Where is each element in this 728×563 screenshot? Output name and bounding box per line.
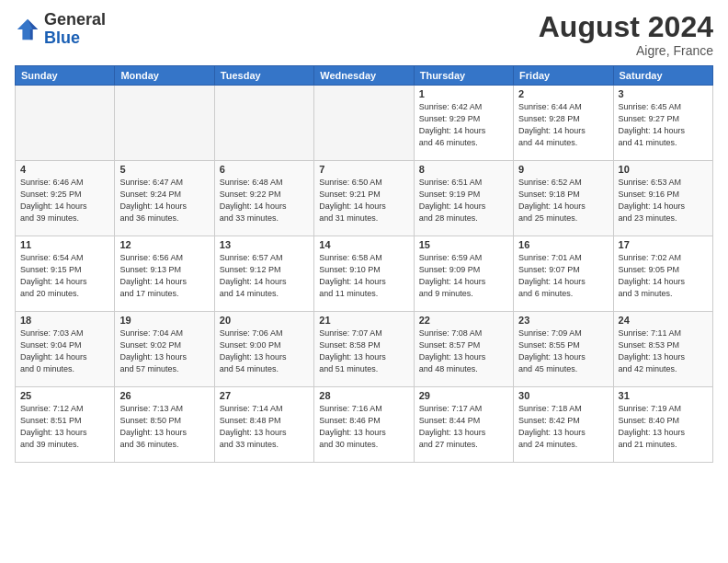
day-number: 16 xyxy=(518,239,608,250)
day-number: 9 xyxy=(518,164,608,175)
day-info: Sunrise: 7:13 AM Sunset: 8:50 PM Dayligh… xyxy=(119,403,209,451)
day-info: Sunrise: 6:48 AM Sunset: 9:22 PM Dayligh… xyxy=(220,177,309,224)
calendar-cell: 27Sunrise: 7:14 AM Sunset: 8:48 PM Dayli… xyxy=(214,387,313,463)
calendar-cell: 8Sunrise: 6:51 AM Sunset: 9:19 PM Daylig… xyxy=(414,161,513,236)
col-saturday: Saturday xyxy=(613,66,712,86)
calendar-cell: 25Sunrise: 7:12 AM Sunset: 8:51 PM Dayli… xyxy=(16,387,115,463)
day-number: 28 xyxy=(319,390,408,401)
day-number: 10 xyxy=(619,164,708,175)
col-tuesday: Tuesday xyxy=(214,66,313,86)
logo: General Blue xyxy=(15,11,106,48)
calendar-cell: 24Sunrise: 7:11 AM Sunset: 8:53 PM Dayli… xyxy=(613,312,712,387)
day-number: 20 xyxy=(220,315,309,326)
day-number: 7 xyxy=(319,164,408,175)
col-thursday: Thursday xyxy=(414,66,513,86)
calendar-cell: 11Sunrise: 6:54 AM Sunset: 9:15 PM Dayli… xyxy=(16,236,115,312)
logo-text: General Blue xyxy=(44,11,106,48)
day-info: Sunrise: 7:02 AM Sunset: 9:05 PM Dayligh… xyxy=(619,252,708,300)
day-info: Sunrise: 6:46 AM Sunset: 9:25 PM Dayligh… xyxy=(20,177,109,224)
day-info: Sunrise: 7:16 AM Sunset: 8:46 PM Dayligh… xyxy=(319,403,408,451)
day-number: 17 xyxy=(619,239,708,250)
title-block: August 2024 Aigre, France xyxy=(539,11,713,58)
calendar-cell: 31Sunrise: 7:19 AM Sunset: 8:40 PM Dayli… xyxy=(613,387,712,463)
day-info: Sunrise: 6:58 AM Sunset: 9:10 PM Dayligh… xyxy=(319,252,408,300)
calendar-cell: 10Sunrise: 6:53 AM Sunset: 9:16 PM Dayli… xyxy=(613,161,712,236)
day-info: Sunrise: 6:56 AM Sunset: 9:13 PM Dayligh… xyxy=(119,252,209,300)
calendar-week-4: 18Sunrise: 7:03 AM Sunset: 9:04 PM Dayli… xyxy=(16,312,713,387)
calendar-cell: 29Sunrise: 7:17 AM Sunset: 8:44 PM Dayli… xyxy=(414,387,513,463)
day-number: 29 xyxy=(419,390,508,401)
day-info: Sunrise: 6:57 AM Sunset: 9:12 PM Dayligh… xyxy=(220,252,309,300)
day-number: 23 xyxy=(518,315,608,326)
calendar-cell: 23Sunrise: 7:09 AM Sunset: 8:55 PM Dayli… xyxy=(514,312,613,387)
day-info: Sunrise: 6:53 AM Sunset: 9:16 PM Dayligh… xyxy=(619,177,708,224)
day-number: 12 xyxy=(119,239,209,250)
day-info: Sunrise: 6:51 AM Sunset: 9:19 PM Dayligh… xyxy=(419,177,508,224)
calendar-cell: 30Sunrise: 7:18 AM Sunset: 8:42 PM Dayli… xyxy=(514,387,613,463)
calendar-cell: 14Sunrise: 6:58 AM Sunset: 9:10 PM Dayli… xyxy=(314,236,414,312)
calendar-cell: 7Sunrise: 6:50 AM Sunset: 9:21 PM Daylig… xyxy=(314,161,414,236)
day-number: 14 xyxy=(319,239,408,250)
day-number: 15 xyxy=(419,239,508,250)
calendar-cell: 19Sunrise: 7:04 AM Sunset: 9:02 PM Dayli… xyxy=(115,312,214,387)
day-info: Sunrise: 7:06 AM Sunset: 9:00 PM Dayligh… xyxy=(220,327,309,375)
day-info: Sunrise: 7:09 AM Sunset: 8:55 PM Dayligh… xyxy=(518,327,608,375)
month-title: August 2024 xyxy=(539,11,713,43)
day-number: 1 xyxy=(419,88,508,99)
calendar-cell xyxy=(16,86,115,161)
col-sunday: Sunday xyxy=(16,66,115,86)
day-info: Sunrise: 7:03 AM Sunset: 9:04 PM Dayligh… xyxy=(20,327,109,375)
calendar-cell: 17Sunrise: 7:02 AM Sunset: 9:05 PM Dayli… xyxy=(613,236,712,312)
day-info: Sunrise: 6:42 AM Sunset: 9:29 PM Dayligh… xyxy=(419,101,508,149)
day-number: 21 xyxy=(319,315,408,326)
day-info: Sunrise: 6:47 AM Sunset: 9:24 PM Dayligh… xyxy=(119,177,209,224)
day-info: Sunrise: 6:52 AM Sunset: 9:18 PM Dayligh… xyxy=(518,177,608,224)
calendar-week-5: 25Sunrise: 7:12 AM Sunset: 8:51 PM Dayli… xyxy=(16,387,713,463)
day-info: Sunrise: 7:11 AM Sunset: 8:53 PM Dayligh… xyxy=(619,327,708,375)
calendar-cell: 22Sunrise: 7:08 AM Sunset: 8:57 PM Dayli… xyxy=(414,312,513,387)
day-number: 11 xyxy=(20,239,109,250)
header: General Blue August 2024 Aigre, France xyxy=(15,11,713,58)
day-info: Sunrise: 7:01 AM Sunset: 9:07 PM Dayligh… xyxy=(518,252,608,300)
day-number: 25 xyxy=(20,390,109,401)
day-info: Sunrise: 6:54 AM Sunset: 9:15 PM Dayligh… xyxy=(20,252,109,300)
day-number: 2 xyxy=(518,88,608,99)
calendar-cell xyxy=(115,86,214,161)
calendar-cell: 6Sunrise: 6:48 AM Sunset: 9:22 PM Daylig… xyxy=(214,161,313,236)
calendar-cell: 15Sunrise: 6:59 AM Sunset: 9:09 PM Dayli… xyxy=(414,236,513,312)
calendar-table: Sunday Monday Tuesday Wednesday Thursday… xyxy=(15,65,713,463)
calendar-cell: 16Sunrise: 7:01 AM Sunset: 9:07 PM Dayli… xyxy=(514,236,613,312)
day-number: 27 xyxy=(220,390,309,401)
day-number: 13 xyxy=(220,239,309,250)
day-number: 19 xyxy=(119,315,209,326)
calendar-cell: 13Sunrise: 6:57 AM Sunset: 9:12 PM Dayli… xyxy=(214,236,313,312)
col-monday: Monday xyxy=(115,66,214,86)
day-info: Sunrise: 7:08 AM Sunset: 8:57 PM Dayligh… xyxy=(419,327,508,375)
calendar-cell: 4Sunrise: 6:46 AM Sunset: 9:25 PM Daylig… xyxy=(16,161,115,236)
calendar-cell xyxy=(314,86,414,161)
day-info: Sunrise: 6:50 AM Sunset: 9:21 PM Dayligh… xyxy=(319,177,408,224)
day-number: 31 xyxy=(619,390,708,401)
day-info: Sunrise: 6:44 AM Sunset: 9:28 PM Dayligh… xyxy=(518,101,608,149)
day-info: Sunrise: 7:04 AM Sunset: 9:02 PM Dayligh… xyxy=(119,327,209,375)
day-info: Sunrise: 7:07 AM Sunset: 8:58 PM Dayligh… xyxy=(319,327,408,375)
calendar-cell: 1Sunrise: 6:42 AM Sunset: 9:29 PM Daylig… xyxy=(414,86,513,161)
calendar-cell: 5Sunrise: 6:47 AM Sunset: 9:24 PM Daylig… xyxy=(115,161,214,236)
day-info: Sunrise: 6:59 AM Sunset: 9:09 PM Dayligh… xyxy=(419,252,508,300)
day-info: Sunrise: 7:17 AM Sunset: 8:44 PM Dayligh… xyxy=(419,403,508,451)
col-wednesday: Wednesday xyxy=(314,66,414,86)
calendar-cell: 3Sunrise: 6:45 AM Sunset: 9:27 PM Daylig… xyxy=(613,86,712,161)
day-number: 4 xyxy=(20,164,109,175)
day-number: 22 xyxy=(419,315,508,326)
calendar-cell: 18Sunrise: 7:03 AM Sunset: 9:04 PM Dayli… xyxy=(16,312,115,387)
day-number: 24 xyxy=(619,315,708,326)
header-row: Sunday Monday Tuesday Wednesday Thursday… xyxy=(16,66,713,86)
logo-icon xyxy=(15,17,40,42)
location: Aigre, France xyxy=(539,43,713,58)
day-info: Sunrise: 7:18 AM Sunset: 8:42 PM Dayligh… xyxy=(518,403,608,451)
page: General Blue August 2024 Aigre, France S… xyxy=(0,0,728,563)
col-friday: Friday xyxy=(514,66,613,86)
day-number: 18 xyxy=(20,315,109,326)
calendar-cell: 2Sunrise: 6:44 AM Sunset: 9:28 PM Daylig… xyxy=(514,86,613,161)
day-info: Sunrise: 7:19 AM Sunset: 8:40 PM Dayligh… xyxy=(619,403,708,451)
